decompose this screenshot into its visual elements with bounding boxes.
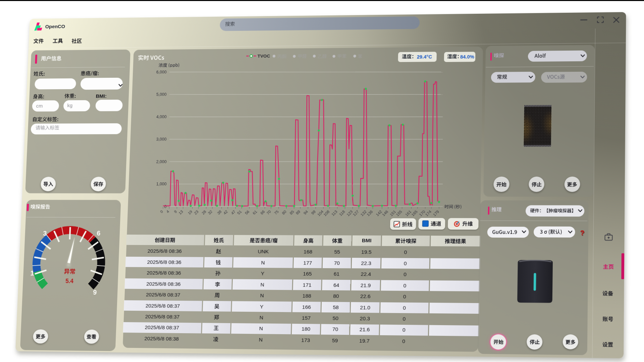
svg-text:28: 28 (201, 209, 207, 216)
svg-text:38: 38 (216, 209, 222, 216)
svg-text:127: 127 (352, 209, 360, 217)
svg-text:75: 75 (273, 209, 279, 216)
svg-text:13: 13 (178, 209, 184, 216)
svg-text:4: 4 (165, 209, 170, 214)
svg-text:94: 94 (303, 209, 309, 216)
svg-text:9: 9 (173, 209, 177, 214)
svg-text:3,000: 3,000 (156, 137, 167, 142)
svg-text:61: 61 (252, 209, 258, 216)
svg-text:66: 66 (260, 209, 266, 216)
svg-text:2,000: 2,000 (156, 159, 167, 164)
svg-text:85: 85 (289, 209, 295, 216)
svg-text:5,000: 5,000 (156, 92, 167, 97)
svg-text:136: 136 (366, 209, 374, 217)
svg-text:19: 19 (187, 209, 193, 216)
svg-text:70: 70 (266, 209, 272, 216)
svg-text:1,000: 1,000 (156, 182, 167, 187)
svg-text:42: 42 (222, 209, 228, 216)
svg-text:4,000: 4,000 (156, 114, 167, 119)
svg-text:155: 155 (395, 209, 403, 217)
svg-text:47: 47 (230, 209, 236, 216)
svg-text:146: 146 (381, 209, 389, 217)
svg-text:113: 113 (331, 209, 338, 217)
svg-text:0: 0 (164, 204, 167, 209)
svg-text:89: 89 (295, 209, 301, 216)
svg-text:151: 151 (389, 209, 397, 217)
svg-text:179: 179 (432, 209, 440, 217)
svg-text:174: 174 (424, 209, 432, 217)
svg-text:165: 165 (411, 209, 418, 217)
svg-text:132: 132 (360, 209, 367, 217)
svg-text:51: 51 (236, 209, 243, 216)
svg-text:56: 56 (244, 209, 250, 216)
svg-text:23: 23 (193, 209, 199, 216)
svg-text:118: 118 (338, 209, 346, 217)
svg-text:80: 80 (281, 209, 287, 216)
svg-text:32: 32 (207, 209, 213, 216)
svg-text:104: 104 (317, 209, 324, 217)
svg-text:142: 142 (375, 209, 383, 217)
svg-text:99: 99 (310, 209, 316, 216)
svg-text:108: 108 (323, 209, 330, 217)
svg-text:0: 0 (159, 209, 164, 214)
svg-text:6,000: 6,000 (156, 70, 167, 75)
